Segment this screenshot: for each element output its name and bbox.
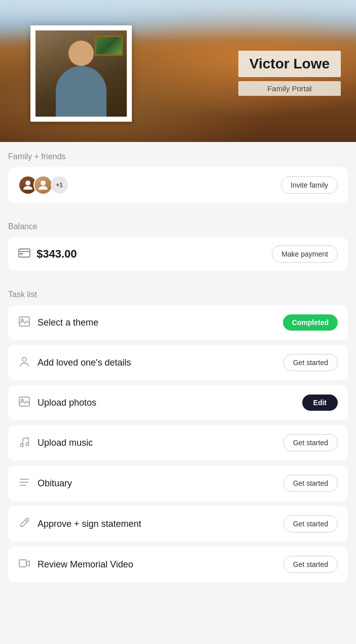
profile-photo-frame [30,25,132,122]
hero-labels: Victor Lowe Family Portal [238,51,341,96]
task-add-details: Add loved one's details Get started [8,345,348,380]
task-label-upload-music: Upload music [38,438,93,448]
family-card: +1 Invite family [8,167,348,203]
lines-icon-obituary [18,478,30,489]
get-started-button-music[interactable]: Get started [283,434,338,451]
task-review-video: Review Memorial Video Get started [8,547,348,582]
person-icon-details [18,356,30,370]
task-left-obituary: Obituary [18,478,72,489]
svg-rect-4 [20,253,23,255]
svg-point-1 [41,181,46,186]
balance-card: $343.00 Make payment [8,237,348,271]
task-left-upload-music: Upload music [18,436,93,450]
task-left-select-theme: Select a theme [18,316,98,329]
task-select-theme: Select a theme Completed [8,305,348,340]
person-silhouette [53,41,109,117]
pencil-icon-approve [18,518,30,530]
credit-card-icon [18,248,30,260]
main-content: Family + friends +1 Invite family Balanc… [0,142,356,582]
task-left-approve-sign: Approve + sign statement [18,518,141,530]
avatars-group: +1 [18,175,68,195]
get-started-button-video[interactable]: Get started [283,556,338,573]
music-icon [18,436,30,450]
balance-left: $343.00 [18,247,77,261]
hero-name: Victor Lowe [238,51,341,77]
hero-portal-label: Family Portal [238,81,341,96]
task-section-header: Task list [8,280,348,305]
balance-section-header: Balance [8,212,348,237]
avatar-count: +1 [51,176,68,194]
edit-button-photos[interactable]: Edit [302,395,338,411]
hero-banner: Victor Lowe Family Portal [0,0,356,142]
task-label-upload-photos: Upload photos [38,398,96,408]
get-started-button-approve[interactable]: Get started [283,515,338,532]
spacer-1 [8,208,348,212]
make-payment-button[interactable]: Make payment [272,245,338,263]
get-started-button-details[interactable]: Get started [283,354,338,371]
task-obituary: Obituary Get started [8,466,348,501]
svg-line-15 [25,520,27,522]
task-left-add-details: Add loved one's details [18,356,131,370]
task-label-add-details: Add loved one's details [38,357,131,368]
task-label-select-theme: Select a theme [38,317,98,328]
video-icon-review [18,559,30,570]
get-started-button-obituary[interactable]: Get started [283,475,338,492]
spacer-2 [8,276,348,280]
task-left-upload-photos: Upload photos [18,397,96,409]
task-upload-music: Upload music Get started [8,425,348,460]
svg-rect-16 [19,560,26,567]
person-head [68,41,94,66]
invite-family-button[interactable]: Invite family [281,176,338,194]
task-upload-photos: Upload photos Edit [8,385,348,420]
task-label-approve-sign: Approve + sign statement [38,519,141,529]
svg-point-7 [22,357,26,362]
balance-amount: $343.00 [37,247,77,261]
task-left-review-video: Review Memorial Video [18,559,133,570]
image-icon-photos [18,397,30,409]
task-approve-sign: Approve + sign statement Get started [8,506,348,542]
completed-button-theme[interactable]: Completed [283,314,338,331]
svg-point-0 [25,181,30,186]
family-section-header: Family + friends [8,142,348,167]
person-body [56,66,106,117]
task-label-obituary: Obituary [38,478,72,489]
avatar-2 [33,175,53,195]
profile-photo [35,30,127,117]
task-label-review-video: Review Memorial Video [38,559,133,570]
image-icon-theme [18,316,30,329]
